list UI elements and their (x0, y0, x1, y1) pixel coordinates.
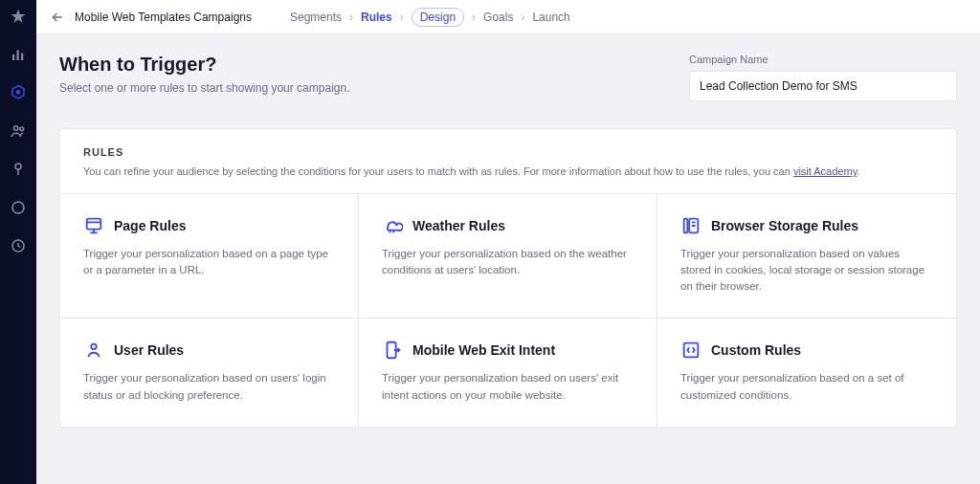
svg-rect-1 (17, 51, 19, 61)
custom-rules-icon (680, 340, 702, 361)
page-heading: When to Trigger? (59, 54, 349, 76)
star-icon[interactable] (10, 8, 27, 25)
rule-card-custom[interactable]: Custom Rules Trigger your personalizatio… (657, 318, 956, 427)
svg-rect-9 (87, 218, 101, 229)
campaign-name-label: Campaign Name (689, 54, 957, 65)
chevron-right-icon: › (400, 11, 404, 24)
svg-point-4 (14, 126, 19, 131)
svg-point-3 (17, 91, 20, 94)
back-arrow-icon[interactable] (50, 10, 65, 25)
target-icon[interactable] (10, 199, 27, 216)
rule-title: Weather Rules (412, 218, 505, 233)
rule-desc: Trigger your personalization based on va… (680, 246, 933, 296)
campaign-name-input[interactable] (689, 71, 957, 101)
svg-point-5 (20, 127, 24, 131)
crumb-goals[interactable]: Goals (483, 11, 513, 24)
page-subtitle: Select one or more rules to start showin… (59, 81, 349, 95)
rule-card-mobile[interactable]: Mobile Web Exit Intent Trigger your pers… (359, 318, 657, 427)
svg-rect-2 (21, 54, 23, 61)
clock-icon[interactable] (10, 237, 27, 254)
topbar-title: Mobile Web Templates Campaigns (75, 11, 252, 24)
rule-title: Browser Storage Rules (711, 218, 858, 233)
panel-title: RULES (83, 146, 933, 158)
rule-desc: Trigger your personalization based on us… (83, 370, 335, 404)
crumb-launch[interactable]: Launch (532, 11, 569, 24)
weather-rules-icon (382, 215, 403, 236)
crumb-rules[interactable]: Rules (361, 11, 392, 24)
rule-title: Page Rules (114, 218, 186, 233)
users-icon[interactable] (10, 122, 27, 140)
svg-point-6 (15, 164, 21, 169)
rule-desc: Trigger your personalization based on a … (680, 370, 933, 404)
rule-title: Mobile Web Exit Intent (412, 342, 555, 358)
hexagon-icon[interactable] (10, 84, 27, 101)
rules-panel: RULES You can refine your audience by se… (59, 128, 957, 428)
user-rules-icon (83, 340, 104, 361)
chevron-right-icon: › (521, 11, 524, 24)
svg-point-12 (91, 344, 97, 350)
sidebar (0, 0, 36, 484)
topbar: Mobile Web Templates Campaigns Segments … (36, 0, 980, 34)
rule-desc: Trigger your personalization based on us… (382, 370, 634, 404)
rule-title: Custom Rules (711, 342, 801, 358)
rule-desc: Trigger your personalization based on a … (83, 246, 335, 279)
svg-point-7 (12, 202, 24, 213)
rule-card-page[interactable]: Page Rules Trigger your personalization … (60, 193, 359, 319)
content: When to Trigger? Select one or more rule… (36, 34, 980, 484)
page-rules-icon (83, 215, 104, 236)
svg-rect-0 (12, 55, 14, 60)
storage-rules-icon (680, 215, 702, 236)
chevron-right-icon: › (349, 11, 353, 24)
pin-icon[interactable] (10, 161, 27, 178)
rule-card-weather[interactable]: Weather Rules Trigger your personalizati… (359, 193, 657, 319)
panel-description: You can refine your audience by selectin… (83, 164, 933, 180)
rule-desc: Trigger your personalization based on th… (382, 246, 634, 279)
crumb-design[interactable]: Design (412, 8, 464, 27)
chevron-right-icon: › (472, 11, 476, 24)
rule-card-storage[interactable]: Browser Storage Rules Trigger your perso… (657, 193, 956, 319)
rule-card-user[interactable]: User Rules Trigger your personalization … (60, 318, 359, 427)
breadcrumbs: Segments › Rules › Design › Goals › Laun… (290, 8, 570, 27)
crumb-segments[interactable]: Segments (290, 11, 342, 24)
rules-grid: Page Rules Trigger your personalization … (60, 193, 956, 427)
rule-title: User Rules (114, 342, 184, 358)
svg-rect-14 (684, 343, 699, 358)
mobile-exit-icon (382, 340, 403, 361)
svg-rect-10 (684, 218, 688, 232)
analytics-icon[interactable] (10, 46, 27, 63)
visit-academy-link[interactable]: visit Academy (793, 165, 857, 177)
